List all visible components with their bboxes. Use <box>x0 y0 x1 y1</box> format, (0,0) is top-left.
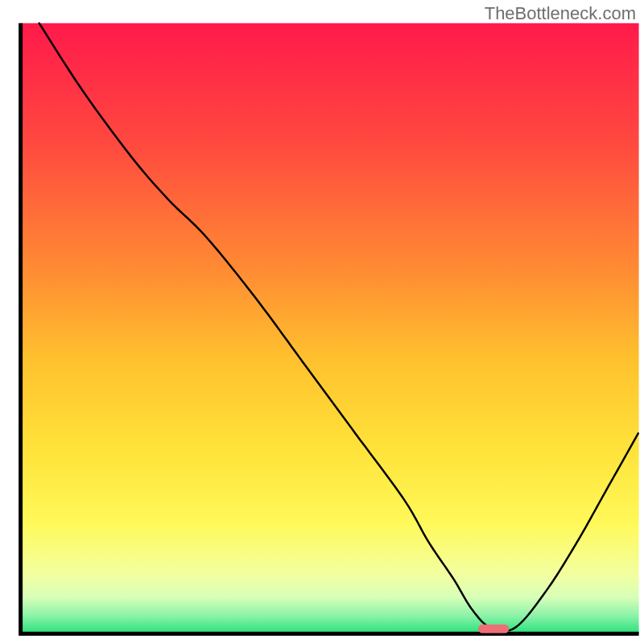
bottleneck-curve-chart <box>0 0 644 644</box>
watermark-text: TheBottleneck.com <box>485 3 636 24</box>
chart-container: TheBottleneck.com <box>0 0 644 644</box>
